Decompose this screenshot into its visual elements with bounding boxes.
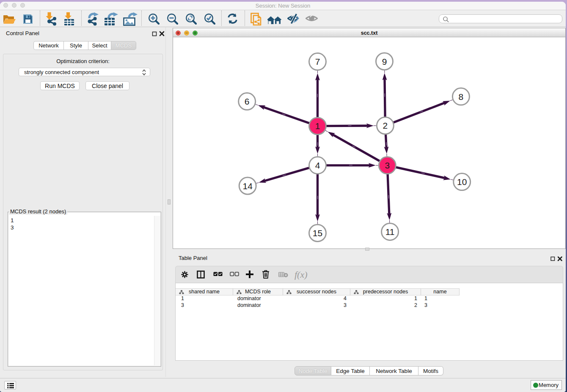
- svg-text:3: 3: [385, 160, 390, 170]
- svg-text:9: 9: [382, 57, 387, 66]
- svg-text:6: 6: [245, 97, 250, 106]
- svg-text:14: 14: [243, 181, 253, 191]
- svg-text:8: 8: [459, 92, 464, 102]
- svg-text:10: 10: [457, 177, 467, 187]
- svg-text:2: 2: [383, 121, 388, 130]
- svg-text:4: 4: [315, 160, 320, 170]
- svg-text:1: 1: [315, 121, 320, 131]
- svg-text:7: 7: [315, 57, 320, 66]
- svg-text:15: 15: [313, 228, 322, 238]
- svg-text:11: 11: [385, 227, 395, 237]
- svg-text:f(x): f(x): [295, 269, 308, 280]
